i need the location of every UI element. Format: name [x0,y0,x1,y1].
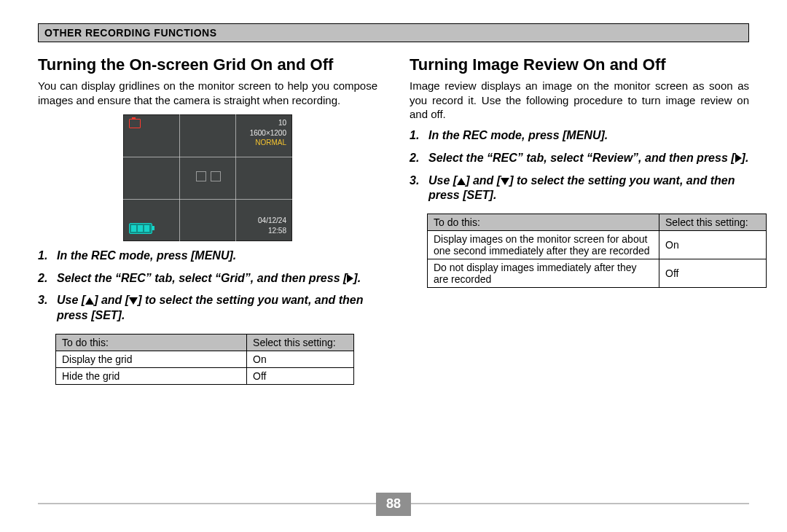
td-action: Do not display images immediately after … [428,259,659,288]
focus-bracket [211,171,221,181]
step-text: Use [] and [] to select the setting you … [57,293,377,324]
step-text: Use [] and [] to select the setting you … [428,173,749,204]
step-number: 2. [38,271,57,286]
down-arrow-icon [501,178,509,185]
th-action: To do this: [428,214,659,231]
camera-mode-icon [129,119,141,128]
td-setting: Off [247,367,354,384]
right-step-2: 2. Select the “REC” tab, select “Review”… [410,151,749,166]
right-step-1: 1. In the REC mode, press [MENU]. [410,128,749,144]
page-number: 88 [376,493,411,516]
left-steps: 1. In the REC mode, press [MENU]. 2. Sel… [38,249,377,324]
step-number: 1. [410,128,428,144]
right-options-table: To do this: Select this setting: Display… [427,214,767,288]
step-text: In the REC mode, press [MENU]. [428,128,749,144]
battery-icon [129,223,152,234]
up-arrow-icon [457,178,466,185]
td-action: Display images on the monitor screen for… [428,231,659,259]
section-header: OTHER RECORDING FUNCTIONS [38,23,749,42]
right-intro: Image review displays an image on the mo… [410,79,749,121]
step-number: 1. [38,249,57,264]
up-arrow-icon [85,297,94,305]
table-row: Hide the grid Off [56,367,354,384]
left-column: Turning the On-screen Grid On and Off Yo… [38,55,377,385]
quality-label: NORMAL [255,138,286,147]
left-step-2: 2. Select the “REC” tab, select “Grid”, … [38,271,377,286]
left-step-1: 1. In the REC mode, press [MENU]. [38,249,377,264]
td-setting: On [659,231,767,259]
table-row: Display images on the monitor screen for… [428,231,767,259]
th-setting: Select this setting: [659,214,767,231]
right-arrow-icon [347,274,353,283]
table-header-row: To do this: Select this setting: [56,334,354,351]
td-setting: On [247,351,354,367]
left-title: Turning the On-screen Grid On and Off [38,55,377,74]
left-intro: You can display gridlines on the monitor… [38,79,377,106]
content-columns: Turning the On-screen Grid On and Off Yo… [38,55,749,385]
grid-line [123,199,292,200]
left-options-table: To do this: Select this setting: Display… [55,334,354,385]
right-steps: 1. In the REC mode, press [MENU]. 2. Sel… [410,128,749,203]
step-text: In the REC mode, press [MENU]. [57,249,377,264]
grid-line [179,114,180,241]
table-header-row: To do this: Select this setting: [428,214,767,231]
step-number: 2. [410,151,428,166]
right-column: Turning Image Review On and Off Image re… [410,55,749,385]
td-setting: Off [659,259,767,288]
th-action: To do this: [56,334,247,351]
grid-line [235,114,236,241]
table-row: Display the grid On [56,351,354,367]
down-arrow-icon [129,297,138,305]
td-action: Hide the grid [56,367,247,384]
right-arrow-icon [735,154,742,163]
th-setting: Select this setting: [247,334,354,351]
right-title: Turning Image Review On and Off [410,55,749,74]
step-text: Select the “REC” tab, select “Grid”, and… [57,271,377,286]
time-label: 12:58 [268,227,286,235]
grid-line [123,157,292,157]
date-label: 04/12/24 [258,216,286,225]
step-text: Select the “REC” tab, select “Review”, a… [428,151,749,166]
shots-remaining: 10 [278,119,286,128]
resolution-label: 1600×1200 [250,129,286,138]
td-action: Display the grid [56,351,247,367]
camera-screen-illustration: 10 1600×1200 NORMAL 04/12/24 12:58 [38,114,377,241]
step-number: 3. [410,173,428,204]
focus-bracket [196,171,206,181]
right-step-3: 3. Use [] and [] to select the setting y… [410,173,749,204]
step-number: 3. [38,293,57,324]
left-step-3: 3. Use [] and [] to select the setting y… [38,293,377,324]
camera-screen: 10 1600×1200 NORMAL 04/12/24 12:58 [123,114,292,241]
table-row: Do not display images immediately after … [428,259,767,288]
